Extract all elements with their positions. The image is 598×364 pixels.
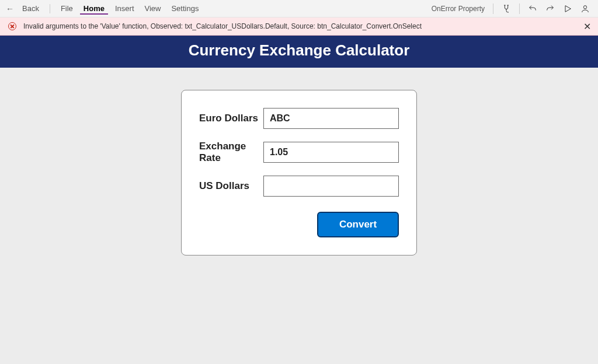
error-message: Invalid arguments to the 'Value' functio… bbox=[23, 22, 422, 30]
euro-label: Euro Dollars bbox=[199, 113, 263, 124]
app-title: Currency Exchange Calculator bbox=[0, 36, 598, 68]
toolbar-divider bbox=[493, 4, 493, 14]
menu-view[interactable]: View bbox=[141, 3, 165, 14]
close-icon[interactable]: ✕ bbox=[583, 21, 591, 32]
convert-button[interactable]: Convert bbox=[317, 212, 399, 237]
app-menubar: ← Back File Home Insert View Settings On… bbox=[0, 0, 598, 18]
menu-insert[interactable]: Insert bbox=[112, 3, 138, 14]
redo-icon[interactable] bbox=[543, 2, 557, 16]
undo-icon[interactable] bbox=[526, 2, 540, 16]
menu-divider bbox=[50, 4, 50, 13]
row-euro: Euro Dollars bbox=[199, 108, 399, 129]
menu-home[interactable]: Home bbox=[80, 3, 108, 15]
svg-point-0 bbox=[583, 5, 586, 8]
row-usd: US Dollars bbox=[199, 176, 399, 197]
menu-file[interactable]: File bbox=[57, 3, 77, 14]
user-icon[interactable] bbox=[578, 2, 592, 16]
calculator-card: Euro Dollars Exchange Rate US Dollars Co… bbox=[181, 90, 417, 256]
back-arrow-icon[interactable]: ← bbox=[6, 4, 14, 13]
euro-input[interactable] bbox=[263, 108, 399, 129]
error-icon bbox=[8, 22, 16, 30]
toolbar-divider bbox=[519, 4, 520, 14]
app-canvas: Euro Dollars Exchange Rate US Dollars Co… bbox=[0, 68, 598, 363]
usd-input[interactable] bbox=[263, 176, 399, 197]
menu-settings[interactable]: Settings bbox=[168, 3, 202, 14]
row-rate: Exchange Rate bbox=[199, 141, 399, 164]
play-icon[interactable] bbox=[561, 2, 575, 16]
back-button[interactable]: Back bbox=[19, 3, 43, 14]
health-check-icon[interactable] bbox=[499, 2, 513, 16]
usd-label: US Dollars bbox=[199, 180, 263, 192]
rate-input[interactable] bbox=[263, 142, 399, 163]
error-banner: Invalid arguments to the 'Value' functio… bbox=[0, 18, 598, 36]
property-label: OnError Property bbox=[432, 5, 485, 13]
rate-label: Exchange Rate bbox=[199, 141, 263, 164]
